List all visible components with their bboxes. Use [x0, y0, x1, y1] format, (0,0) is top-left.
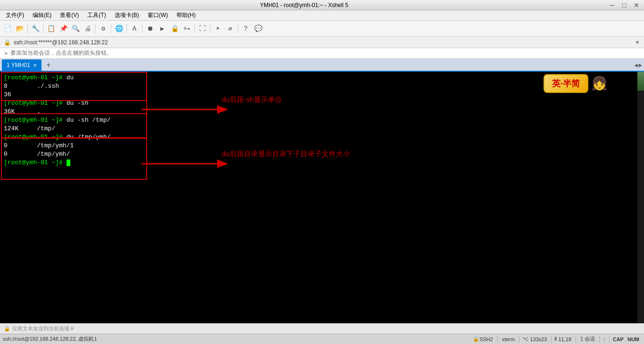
title-bar-text: YMH01 - root@ymh-01:~ - Xshell 5 [2, 2, 606, 8]
address-text: ssh://root:******@192.168.248.128:22 [14, 39, 108, 46]
tab-ymh01[interactable]: 1 YMH01 ✕ [2, 59, 42, 71]
status-pos: 11,18 [558, 336, 571, 342]
menu-view[interactable]: 查看(V) [56, 10, 83, 20]
copy-button[interactable]: 📋 [45, 23, 57, 34]
settings-button[interactable]: ⚙ [98, 23, 109, 34]
menu-file[interactable]: 文件(F) [2, 10, 28, 20]
play-button[interactable]: ▶ [157, 23, 168, 34]
sep4 [111, 24, 111, 34]
lock-icon: 🔒 [4, 39, 11, 46]
close-button[interactable]: ✕ [631, 0, 642, 11]
sep6 [142, 24, 142, 34]
menu-tools[interactable]: 工具(T) [84, 10, 109, 20]
red-box-3 [1, 137, 147, 180]
help-button[interactable]: ? [240, 23, 251, 34]
tab-prev-button[interactable]: ◀ [635, 62, 638, 69]
print-button[interactable]: 🖨 [82, 23, 93, 34]
red-box-2 [1, 100, 147, 139]
anime-banner: 英·半简 👧 [521, 72, 630, 95]
scrollbar-thumb[interactable] [637, 72, 644, 91]
menu-tabs[interactable]: 选项卡(B) [111, 10, 143, 20]
hint-bar: ➤ 要添加当前会话，点击左侧的箭头按钮。 [0, 48, 644, 59]
new-tab-button[interactable]: + [43, 60, 54, 71]
tab-close-button[interactable]: ✕ [33, 63, 37, 68]
anime-label: 英·半简 [544, 74, 588, 93]
maximize-button[interactable]: □ [619, 0, 630, 11]
status-sep4 [576, 336, 576, 343]
annotation-1: du后跟-sh显示单位 [222, 95, 282, 104]
lock-button[interactable]: 🔒 [169, 23, 180, 34]
menu-bar: 文件(F) 编辑(E) 查看(V) 工具(T) 选项卡(B) 窗口(W) 帮助(… [0, 10, 644, 21]
sep5 [126, 24, 127, 34]
anime-icon: 👧 [591, 76, 608, 92]
status-bar: ssh://root@192.168.248.128:22, 虚拟机1 🔒 SS… [0, 334, 644, 344]
sep2 [43, 24, 43, 34]
globe-button[interactable]: 🌐 [113, 23, 125, 34]
lock-small-icon: 🔒 [4, 326, 10, 332]
status-cap: CAP [613, 336, 624, 342]
record-button[interactable]: ⏺ [144, 23, 156, 34]
address-bar: 🔒 ssh://root:******@192.168.248.128:22 ▼ [0, 37, 644, 48]
tab-navigation: ◀ ▶ [635, 62, 642, 69]
status-pos-icon: Ⅱ [554, 336, 557, 342]
annotation-2: du后跟目录显示目录下子目录子文件大小 [222, 150, 350, 159]
tab-bar: 1 YMH01 ✕ + ◀ ▶ [0, 59, 644, 72]
status-num: NUM [627, 336, 639, 342]
status-sep1 [497, 336, 498, 343]
send-bar: 🔒 仅将文本发送到当前选项卡 [0, 323, 644, 334]
status-arrow-up: ↑ [603, 336, 606, 342]
main-area: [root@ymh-01 ~]# du 8 ./.ssh 36 [root@ym… [0, 72, 644, 323]
menu-help[interactable]: 帮助(H) [173, 10, 200, 20]
new-file-button[interactable]: 📄 [2, 23, 13, 34]
terminal-scrollbar[interactable] [637, 72, 644, 323]
status-ssh: SSH2 [479, 336, 493, 342]
status-term: xterm [502, 336, 515, 342]
toolbar: 📄 📂 🔧 📋 📌 🔍 🖨 ⚙ 🌐 A ⏺ ▶ 🔒 🗝 ⛶ ➤ ⇄ ? 💬 [0, 21, 644, 37]
menu-window[interactable]: 窗口(W) [144, 10, 172, 20]
sep1 [27, 24, 28, 34]
status-connection: ssh://root@192.168.248.128:22, 虚拟机1 [3, 336, 97, 343]
title-bar: YMH01 - root@ymh-01:~ - Xshell 5 ─ □ ✕ [0, 0, 644, 10]
paste-button[interactable]: 📌 [58, 23, 69, 34]
properties-button[interactable]: 🔧 [30, 23, 41, 34]
tab-label: 1 YMH01 [7, 62, 30, 68]
menu-edit[interactable]: 编辑(E) [29, 10, 55, 20]
comment-button[interactable]: 💬 [252, 23, 264, 34]
addr-dropdown-icon[interactable]: ▼ [635, 39, 640, 46]
search-button[interactable]: 🔍 [70, 23, 81, 34]
status-sessions: 1 会话 [580, 336, 595, 343]
status-size-icon: ⌥ [522, 336, 528, 342]
title-bar-controls: ─ □ ✕ [606, 0, 642, 11]
open-button[interactable]: 📂 [14, 23, 25, 34]
sep3 [95, 24, 96, 34]
status-lock-icon: 🔒 [473, 336, 479, 342]
status-sep3 [551, 336, 552, 343]
minimize-button[interactable]: ─ [606, 0, 618, 11]
tab-next-button[interactable]: ▶ [639, 62, 642, 69]
status-size: 133x23 [530, 336, 547, 342]
status-sep6 [609, 336, 610, 343]
hint-text: 要添加当前会话，点击左侧的箭头按钮。 [10, 49, 112, 57]
send-bar-text: 仅将文本发送到当前选项卡 [12, 325, 75, 332]
send-button[interactable]: ➤ [212, 23, 224, 34]
font-button[interactable]: A [129, 23, 140, 34]
hint-arrow-icon: ➤ [4, 50, 8, 57]
fullscreen-button[interactable]: ⛶ [197, 23, 208, 34]
sep9 [238, 24, 238, 34]
key-button[interactable]: 🗝 [181, 23, 192, 34]
sep7 [194, 24, 195, 34]
status-sep2 [519, 336, 519, 343]
send2-button[interactable]: ⇄ [225, 23, 236, 34]
status-sep5 [599, 336, 600, 343]
sep8 [210, 24, 210, 34]
